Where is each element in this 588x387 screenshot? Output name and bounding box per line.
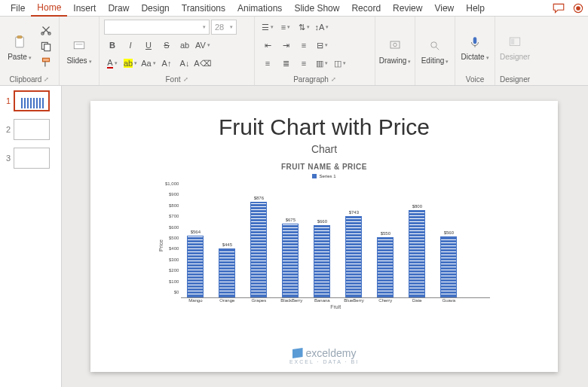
y-axis-label: Price <box>158 181 164 309</box>
smartart-button[interactable]: ◫ <box>332 56 348 71</box>
svg-rect-7 <box>44 44 51 51</box>
font-size-select[interactable]: 28▾ <box>211 20 237 35</box>
bold-button[interactable]: B <box>104 38 121 53</box>
ribbon: Paste Clipboard⤢ Slides ▾ 28▾ B <box>0 17 588 86</box>
tab-slideshow[interactable]: Slide Show <box>288 1 345 16</box>
svg-rect-11 <box>390 41 400 48</box>
watermark: exceldemy EXCEL · DATA · BI <box>289 347 359 364</box>
clear-format-button[interactable]: A⌫ <box>194 56 211 71</box>
tab-view[interactable]: View <box>428 1 460 16</box>
tab-help[interactable]: Help <box>460 1 491 16</box>
slides-button[interactable]: Slides <box>64 20 94 82</box>
dictate-button[interactable]: Dictate <box>460 20 490 74</box>
workspace: 1 2 3 Fruit Chart with Price Chart FRUIT… <box>0 86 588 387</box>
copy-button[interactable] <box>38 39 54 54</box>
editing-button[interactable]: Editing <box>420 20 450 82</box>
svg-rect-2 <box>16 37 24 47</box>
font-color-button[interactable]: A <box>104 56 121 71</box>
svg-point-1 <box>576 6 580 11</box>
record-icon[interactable] <box>570 2 586 15</box>
columns-button[interactable]: ▥ <box>314 56 330 71</box>
format-painter-button[interactable] <box>38 56 54 71</box>
increase-indent-button[interactable]: ⇥ <box>277 38 294 53</box>
decrease-indent-button[interactable]: ⇤ <box>259 38 276 53</box>
shadow-button[interactable]: ab <box>176 38 193 53</box>
y-axis: $1,000$900$800$700$600$500$400$300$200$1… <box>165 181 181 294</box>
bar: $564 <box>185 230 205 297</box>
align-r-button[interactable]: ≡ <box>296 56 312 71</box>
group-voice: Dictate Voice <box>455 17 495 85</box>
highlight-button[interactable]: ab <box>122 56 139 71</box>
chart[interactable]: Price $1,000$900$800$700$600$500$400$300… <box>158 181 490 309</box>
slide-thumbnails: 1 2 3 <box>0 86 62 387</box>
bar: $445 <box>217 242 237 297</box>
svg-rect-3 <box>17 35 22 38</box>
x-axis: MangoOrangeGrapesBlackBerryBananaBlueBer… <box>181 298 490 303</box>
thumbnail-2[interactable]: 2 <box>3 119 58 140</box>
chart-title: FRUIT NAME & PRICE <box>281 163 367 171</box>
numbering-button[interactable]: ≡ <box>277 20 294 35</box>
tab-record[interactable]: Record <box>345 1 387 16</box>
font-family-select[interactable]: ▾ <box>104 20 210 35</box>
svg-point-13 <box>431 42 437 48</box>
align-left-button[interactable]: ≡ <box>296 38 312 53</box>
italic-button[interactable]: I <box>122 38 139 53</box>
clipboard-launcher-icon[interactable]: ⤢ <box>44 76 49 83</box>
bar: $800 <box>407 204 427 297</box>
thumbnail-1[interactable]: 1 <box>3 90 58 111</box>
svg-rect-14 <box>473 37 477 44</box>
tab-design[interactable]: Design <box>135 1 175 16</box>
bar: $560 <box>439 230 458 297</box>
tab-animations[interactable]: Animations <box>231 1 288 16</box>
char-spacing-button[interactable]: AV <box>194 38 211 53</box>
font-launcher-icon[interactable]: ⤢ <box>183 76 188 83</box>
bar: $743 <box>344 210 363 297</box>
align-vertical-button[interactable]: ⊟ <box>314 38 330 53</box>
paste-button[interactable]: Paste <box>5 20 35 74</box>
tab-insert[interactable]: Insert <box>67 1 102 16</box>
chart-legend: Series 1 <box>312 174 335 178</box>
slide-subtitle[interactable]: Chart <box>311 143 337 155</box>
svg-point-12 <box>394 43 397 47</box>
tab-file[interactable]: File <box>5 1 31 16</box>
bar: $550 <box>375 231 395 297</box>
paragraph-launcher-icon[interactable]: ⤢ <box>331 76 336 83</box>
slide-canvas[interactable]: Fruit Chart with Price Chart FRUIT NAME … <box>62 86 588 387</box>
comments-icon[interactable] <box>550 2 567 15</box>
slide: Fruit Chart with Price Chart FRUIT NAME … <box>90 101 558 372</box>
group-slides: Slides <box>60 17 100 85</box>
svg-rect-10 <box>76 44 83 45</box>
designer-button[interactable]: Designer <box>500 20 530 74</box>
group-designer: Designer Designer <box>495 17 534 85</box>
slide-title[interactable]: Fruit Chart with Price <box>219 114 430 140</box>
cut-button[interactable] <box>38 23 54 38</box>
tab-review[interactable]: Review <box>387 1 428 16</box>
drawing-button[interactable]: Drawing <box>380 20 410 82</box>
shrink-font-button[interactable]: A↓ <box>176 56 193 71</box>
grow-font-button[interactable]: A↑ <box>158 56 175 71</box>
align-l-button[interactable]: ≡ <box>259 56 276 71</box>
group-drawing: Drawing <box>375 17 415 85</box>
chart-bars: $564$445$876$675$660$743$550$800$560 <box>181 181 490 298</box>
bar: $675 <box>280 218 300 297</box>
strike-button[interactable]: S <box>158 38 175 53</box>
group-paragraph: ☰ ≡ ⇅ ↕A ⇤ ⇥ ≡ ⊟ ≡ ≣ ≡ ▥ ◫ Paragraph⤢ <box>255 17 375 85</box>
x-axis-label: Fruit <box>181 304 490 309</box>
underline-button[interactable]: U <box>140 38 157 53</box>
line-spacing-button[interactable]: ⇅ <box>296 20 312 35</box>
group-editing: Editing <box>415 17 455 85</box>
watermark-logo-icon <box>292 348 303 358</box>
svg-rect-9 <box>74 42 84 49</box>
thumbnail-3[interactable]: 3 <box>3 148 58 169</box>
svg-rect-8 <box>43 58 50 62</box>
tab-draw[interactable]: Draw <box>102 1 135 16</box>
change-case-button[interactable]: Aa <box>140 56 157 71</box>
tab-transitions[interactable]: Transitions <box>176 1 231 16</box>
text-direction-button[interactable]: ↕A <box>314 20 330 35</box>
group-font: ▾ 28▾ B I U S ab AV A ab Aa A↑ A↓ A⌫ Fon… <box>100 17 255 85</box>
bar: $660 <box>312 219 332 297</box>
bullets-button[interactable]: ☰ <box>259 20 276 35</box>
tab-home[interactable]: Home <box>31 0 67 17</box>
align-c-button[interactable]: ≣ <box>277 56 294 71</box>
bar: $876 <box>249 196 268 297</box>
